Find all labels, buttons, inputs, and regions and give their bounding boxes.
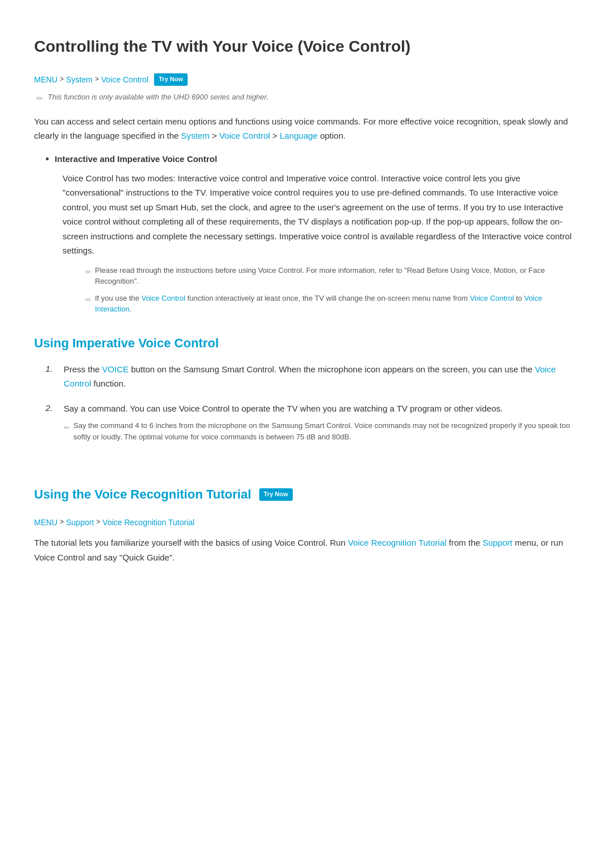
note-text-2: If you use the Voice Control function in…: [95, 293, 580, 315]
step-1-number: 1.: [45, 362, 57, 376]
nav-path-2: MENU > Support > Voice Recognition Tutor…: [34, 516, 580, 529]
pencil-icon-2: ✏: [85, 294, 92, 306]
intro-link-voice-control[interactable]: Voice Control: [219, 131, 270, 140]
step-1-content: Press the VOICE button on the Samsung Sm…: [64, 362, 580, 391]
nav-system[interactable]: System: [66, 73, 93, 86]
step2-note-line: ✏ Say the command 4 to 6 inches from the…: [64, 420, 580, 442]
tutorial-paragraph: The tutorial lets you familiarize yourse…: [34, 535, 580, 564]
step-2: 2. Say a command. You can use Voice Cont…: [45, 401, 580, 448]
page-title: Controlling the TV with Your Voice (Voic…: [34, 34, 580, 60]
tutorial-link-recognition[interactable]: Voice Recognition Tutorial: [348, 538, 446, 547]
bullet-dot: •: [45, 152, 49, 167]
nav2-tutorial[interactable]: Voice Recognition Tutorial: [102, 516, 194, 529]
nav2-menu[interactable]: MENU: [34, 516, 57, 529]
note2-link-voice-control-2[interactable]: Voice Control: [470, 294, 514, 302]
step-1: 1. Press the VOICE button on the Samsung…: [45, 362, 580, 391]
pencil-icon-1: ✏: [85, 267, 92, 279]
intro-paragraph: You can access and select certain menu o…: [34, 114, 580, 143]
bullet-content: Voice Control has two modes: Interactive…: [63, 171, 580, 258]
step2-note-text: Say the command 4 to 6 inches from the m…: [73, 420, 580, 442]
intro-link-system[interactable]: System: [181, 131, 210, 140]
section2-title: Using Imperative Voice Control: [34, 333, 580, 353]
note-text-1: Please read through the instructions bef…: [95, 265, 580, 287]
pencil-icon-3: ✏: [64, 422, 70, 434]
intro-link-language[interactable]: Language: [280, 131, 318, 140]
try-now-badge-2[interactable]: Try Now: [259, 488, 293, 501]
note-line-2: ✏ If you use the Voice Control function …: [85, 293, 580, 315]
imperative-steps: 1. Press the VOICE button on the Samsung…: [45, 362, 580, 448]
pencil-icon-avail: ✏: [36, 92, 43, 105]
availability-note: ✏ This function is only available with t…: [36, 92, 580, 105]
nav2-support[interactable]: Support: [66, 516, 94, 529]
nav-menu[interactable]: MENU: [34, 73, 57, 86]
nav-sep-2: >: [95, 74, 99, 85]
step-2-number: 2.: [45, 401, 57, 415]
nav-voice-control[interactable]: Voice Control: [101, 73, 148, 86]
nav-sep-1: >: [60, 74, 64, 85]
step-2-notes: ✏ Say the command 4 to 6 inches from the…: [64, 420, 580, 442]
step1-link-voice[interactable]: VOICE: [102, 364, 129, 374]
nav2-sep-2: >: [96, 517, 100, 528]
nav2-sep-1: >: [60, 517, 64, 528]
note-line-1: ✏ Please read through the instructions b…: [85, 265, 580, 287]
bullet-title: Interactive and Imperative Voice Control: [55, 152, 217, 166]
tutorial-link-support[interactable]: Support: [483, 538, 513, 547]
bullet-section: • Interactive and Imperative Voice Contr…: [45, 152, 580, 315]
try-now-badge-1[interactable]: Try Now: [154, 73, 188, 86]
section3: Using the Voice Recognition Tutorial Try…: [34, 466, 580, 564]
bullet-item-1: • Interactive and Imperative Voice Contr…: [45, 152, 580, 167]
nav-path-1: MENU > System > Voice Control Try Now: [34, 73, 580, 86]
notes-block: ✏ Please read through the instructions b…: [74, 265, 580, 315]
note2-link-voice-control[interactable]: Voice Control: [142, 294, 185, 302]
section3-title: Using the Voice Recognition Tutorial Try…: [34, 484, 293, 504]
step-2-content: Say a command. You can use Voice Control…: [64, 401, 580, 448]
availability-text: This function is only available with the…: [48, 92, 268, 103]
